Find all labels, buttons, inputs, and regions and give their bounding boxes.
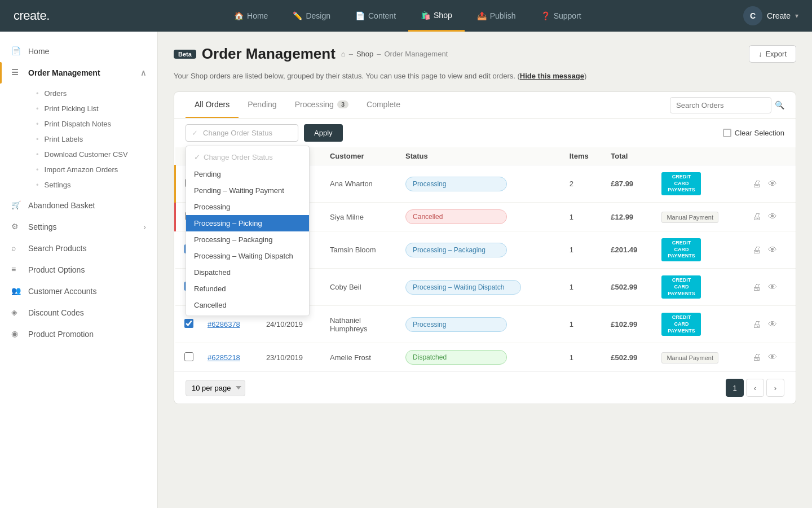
- view-button[interactable]: 👁: [767, 351, 778, 364]
- row-items: 1: [563, 306, 604, 343]
- sidebar-sub-orders[interactable]: Orders: [29, 86, 157, 101]
- dropdown-pending-waiting[interactable]: Pending – Waiting Payment: [186, 182, 309, 199]
- tabs-bar: All Orders Pending Processing 3 Complete…: [174, 92, 796, 119]
- support-icon: ❓: [541, 11, 550, 20]
- clear-selection[interactable]: Clear Selection: [723, 129, 784, 137]
- dropdown-cancelled[interactable]: Cancelled: [186, 297, 309, 313]
- row-status-select[interactable]: Processing – Waiting Dispatch: [405, 280, 521, 295]
- apply-button[interactable]: Apply: [304, 124, 343, 142]
- sidebar-sub-download-csv[interactable]: Download Customer CSV: [29, 147, 157, 162]
- hide-message-link[interactable]: Hide this message: [520, 72, 584, 80]
- tab-processing[interactable]: Processing 3: [286, 92, 358, 118]
- dropdown-dispatched[interactable]: Dispatched: [186, 264, 309, 281]
- prev-page-button[interactable]: ‹: [746, 379, 764, 397]
- sidebar-item-order-management[interactable]: ☰ Order Management ∧: [0, 62, 157, 84]
- status-dropdown-menu: ✓ Change Order Status Pending Pending – …: [186, 146, 310, 316]
- sidebar-sub-settings[interactable]: Settings: [29, 177, 157, 192]
- row-status[interactable]: Processing – Packaging: [399, 231, 563, 269]
- breadcrumb-home-icon: ⌂: [341, 50, 346, 58]
- sidebar-item-discount-codes[interactable]: ◈ Discount Codes: [0, 302, 157, 323]
- nav-shop[interactable]: 🛍️ Shop: [408, 0, 465, 32]
- sidebar-item-settings[interactable]: ⚙ Settings ›: [0, 216, 157, 238]
- next-page-button[interactable]: ›: [766, 379, 784, 397]
- user-name: Create: [767, 11, 791, 20]
- view-button[interactable]: 👁: [767, 244, 778, 256]
- nav-home[interactable]: 🏠 Home: [222, 0, 280, 32]
- row-status-select[interactable]: Cancelled: [405, 209, 507, 224]
- dropdown-processing-waiting-dispatch[interactable]: Processing – Waiting Dispatch: [186, 248, 309, 264]
- sidebar-sub-print-dispatch[interactable]: Print Dispatch Notes: [29, 116, 157, 132]
- dropdown-processing-packaging[interactable]: Processing – Packaging: [186, 231, 309, 248]
- dropdown-pending[interactable]: Pending: [186, 166, 309, 182]
- export-button[interactable]: ↓ Export: [749, 45, 796, 63]
- sidebar-item-home[interactable]: 📄 Home: [0, 41, 157, 62]
- beta-badge: Beta: [174, 50, 196, 59]
- row-status[interactable]: Processing: [399, 306, 563, 343]
- view-button[interactable]: 👁: [767, 281, 778, 294]
- orders-card: All Orders Pending Processing 3 Complete…: [174, 91, 796, 404]
- order-id-link[interactable]: #6285218: [208, 353, 240, 362]
- search-input[interactable]: [670, 97, 771, 113]
- row-status-select[interactable]: Processing – Packaging: [405, 243, 507, 257]
- row-status-select[interactable]: Processing: [405, 177, 507, 191]
- breadcrumb-current: Order Management: [385, 50, 448, 58]
- row-status[interactable]: Processing: [399, 165, 563, 203]
- tab-all-orders[interactable]: All Orders: [186, 92, 239, 118]
- row-status[interactable]: Dispatched: [399, 343, 563, 372]
- sidebar-item-customer-accounts[interactable]: 👥 Customer Accounts: [0, 281, 157, 302]
- product-promotion-icon: ◉: [11, 329, 21, 339]
- print-button[interactable]: 🖨: [751, 351, 762, 364]
- row-checkbox-cell[interactable]: [175, 343, 201, 372]
- col-status: Status: [399, 147, 563, 165]
- print-button[interactable]: 🖨: [751, 178, 762, 190]
- print-button[interactable]: 🖨: [751, 211, 762, 223]
- dropdown-refunded[interactable]: Refunded: [186, 281, 309, 297]
- product-options-icon: ≡: [11, 265, 21, 275]
- nav-support[interactable]: ❓ Support: [528, 0, 594, 32]
- breadcrumb-shop[interactable]: Shop: [356, 50, 373, 58]
- row-items: 1: [563, 231, 604, 269]
- search-icon[interactable]: 🔍: [775, 100, 784, 110]
- row-status-select[interactable]: Processing: [405, 317, 507, 332]
- print-button[interactable]: 🖨: [751, 244, 762, 256]
- row-total: £12.99: [604, 203, 655, 231]
- page-1-button[interactable]: 1: [726, 379, 744, 397]
- print-button[interactable]: 🖨: [751, 318, 762, 331]
- processing-badge: 3: [337, 100, 348, 108]
- sidebar-item-search-products[interactable]: ⌕ Search Products: [0, 238, 157, 259]
- row-checkbox[interactable]: [184, 352, 193, 361]
- order-id-link[interactable]: #6286378: [208, 320, 240, 329]
- sidebar-item-abandoned-basket[interactable]: 🛒 Abandoned Basket: [0, 195, 157, 216]
- row-checkbox[interactable]: [184, 319, 193, 328]
- tab-pending[interactable]: Pending: [239, 92, 285, 118]
- row-status[interactable]: Processing – Waiting Dispatch: [399, 269, 563, 306]
- nav-design[interactable]: ✏️ Design: [280, 0, 343, 32]
- row-actions: 🖨 👁: [744, 269, 796, 306]
- view-button[interactable]: 👁: [767, 318, 778, 331]
- dropdown-processing[interactable]: Processing: [186, 199, 309, 215]
- tab-complete[interactable]: Complete: [358, 92, 409, 118]
- view-button[interactable]: 👁: [767, 211, 778, 223]
- sidebar-sub-print-labels[interactable]: Print Labels: [29, 132, 157, 147]
- view-button[interactable]: 👁: [767, 178, 778, 190]
- change-status-dropdown[interactable]: Change Order Status: [186, 124, 298, 142]
- per-page-select[interactable]: 10 per page 25 per page 50 per page: [186, 380, 245, 396]
- col-actions: [744, 147, 796, 165]
- sidebar-item-product-promotion[interactable]: ◉ Product Promotion: [0, 323, 157, 345]
- nav-publish[interactable]: 📤 Publish: [465, 0, 528, 32]
- table-footer: 10 per page 25 per page 50 per page 1 ‹ …: [174, 371, 796, 404]
- sidebar-item-product-options[interactable]: ≡ Product Options: [0, 259, 157, 281]
- row-status-select[interactable]: Dispatched: [405, 350, 507, 365]
- dropdown-processing-picking[interactable]: Processing – Picking: [186, 215, 309, 231]
- row-status[interactable]: Cancelled: [399, 203, 563, 231]
- nav-content[interactable]: 📄 Content: [343, 0, 408, 32]
- print-button[interactable]: 🖨: [751, 281, 762, 294]
- settings-expand-icon: ›: [143, 222, 146, 231]
- row-total: £502.99: [604, 269, 655, 306]
- page-title: Order Management: [202, 45, 336, 63]
- row-payment: Manual Payment: [655, 343, 744, 372]
- row-items: 1: [563, 269, 604, 306]
- sidebar-sub-print-picking[interactable]: Print Picking List: [29, 101, 157, 116]
- sidebar-sub-import-amazon[interactable]: Import Amazon Orders: [29, 162, 157, 177]
- user-menu-button[interactable]: C Create ▾: [743, 6, 798, 25]
